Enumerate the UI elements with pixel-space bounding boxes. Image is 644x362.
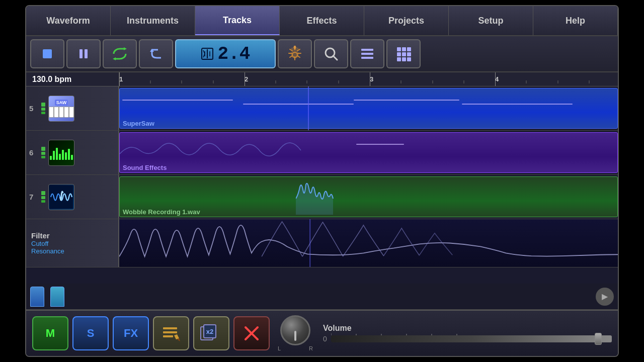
toolbar: 2.4 xyxy=(26,36,618,72)
svg-rect-14 xyxy=(361,57,373,59)
bottom-bar: M S FX x2 xyxy=(26,310,618,356)
volume-track[interactable] xyxy=(331,335,612,342)
filter-resonance: Resonance xyxy=(31,247,113,255)
svg-line-11 xyxy=(333,56,337,60)
track-number-5: 5 xyxy=(29,104,38,113)
timeline-ruler: 130.0 bpm 1 2 3 4 xyxy=(26,72,618,86)
svg-rect-13 xyxy=(361,53,373,55)
volume-section: Volume 0 xyxy=(317,324,612,343)
search-button[interactable] xyxy=(314,39,348,68)
tracks-wrapper: 5 SAW xyxy=(26,86,618,284)
duplicate-icon: x2 xyxy=(200,324,222,342)
delete-button[interactable] xyxy=(233,316,270,350)
stop-button[interactable] xyxy=(30,39,64,68)
track-clip-5[interactable]: SuperSaw xyxy=(119,88,618,129)
delete-icon xyxy=(244,325,260,341)
track-header-7: 7 xyxy=(26,175,119,219)
knob-2[interactable] xyxy=(50,287,64,307)
svg-marker-3 xyxy=(124,47,127,50)
track-icon-5[interactable]: SAW xyxy=(48,96,74,122)
scroll-right-icon: ▶ xyxy=(602,292,608,301)
svg-text:x2: x2 xyxy=(206,328,213,335)
transport-display[interactable]: 2.4 xyxy=(175,39,276,68)
pan-labels: L R xyxy=(278,345,313,351)
pause-button[interactable] xyxy=(66,39,101,68)
track-content-7[interactable]: Wobble Recording 1.wav xyxy=(119,175,618,219)
svg-rect-0 xyxy=(43,49,52,58)
volume-zero-label: 0 xyxy=(323,335,327,343)
settings-button[interactable] xyxy=(278,39,312,68)
track-volume-5[interactable] xyxy=(41,103,45,114)
filter-svg xyxy=(119,219,618,267)
wav-icon-svg xyxy=(50,186,73,209)
note-line xyxy=(462,104,573,105)
track-number-6: 6 xyxy=(29,148,38,157)
edit-button[interactable] xyxy=(153,316,189,350)
fx-button[interactable]: FX xyxy=(113,316,149,350)
main-content: 130.0 bpm 1 2 3 4 xyxy=(26,72,618,310)
pan-knob[interactable] xyxy=(280,315,310,345)
tab-waveform[interactable]: Waveform xyxy=(26,6,111,35)
bpm-display: 130.0 bpm xyxy=(26,72,119,86)
tab-instruments[interactable]: Instruments xyxy=(111,6,195,35)
track-content-5[interactable]: SuperSaw xyxy=(119,86,618,130)
filter-cutoff: Cutoff xyxy=(31,240,113,247)
tab-help[interactable]: Help xyxy=(533,6,618,35)
note-line-6 xyxy=(356,144,404,145)
pan-section: L R xyxy=(278,315,313,351)
track-clip-6[interactable]: Sound Effects xyxy=(119,132,618,173)
waveform-svg-6 xyxy=(120,133,617,172)
knobs-area: ▶ xyxy=(26,284,618,310)
track-content-6[interactable]: Sound Effects xyxy=(119,131,618,174)
svg-rect-21 xyxy=(397,57,401,61)
track-icon-6[interactable] xyxy=(48,140,74,166)
duplicate-button[interactable]: x2 xyxy=(193,316,229,350)
svg-rect-39 xyxy=(163,331,177,333)
svg-rect-20 xyxy=(407,52,411,56)
note-line xyxy=(243,104,354,105)
ruler-area: 1 2 3 4 xyxy=(119,72,618,86)
volume-handle[interactable] xyxy=(595,333,602,345)
waveform-svg-7 xyxy=(296,179,336,217)
volume-slider-container: 0 xyxy=(323,335,612,343)
svg-marker-4 xyxy=(113,57,116,60)
svg-rect-18 xyxy=(397,52,401,56)
svg-rect-19 xyxy=(402,52,406,56)
tab-tracks[interactable]: Tracks xyxy=(195,6,280,35)
bars-visual-6 xyxy=(50,146,73,160)
edit-icon xyxy=(162,324,180,342)
loop-button[interactable] xyxy=(103,39,137,68)
filter-header: Filter Cutoff Resonance xyxy=(26,219,119,267)
track-row-7: 7 xyxy=(26,175,618,219)
svg-rect-2 xyxy=(85,49,88,58)
ruler-ticks xyxy=(119,80,618,86)
track-volume-7[interactable] xyxy=(41,191,45,203)
track-volume-6[interactable] xyxy=(41,147,45,158)
clip-label-5: SuperSaw xyxy=(123,120,154,127)
svg-rect-1 xyxy=(79,49,83,58)
undo-button[interactable] xyxy=(139,39,173,68)
knob-1[interactable] xyxy=(30,287,44,307)
track-row-5: 5 SAW xyxy=(26,86,618,131)
tab-projects[interactable]: Projects xyxy=(364,6,449,35)
filter-track: Filter Cutoff Resonance xyxy=(26,219,618,267)
scroll-right-button[interactable]: ▶ xyxy=(596,288,614,306)
track-icon-7[interactable] xyxy=(48,184,74,210)
note-line xyxy=(354,100,459,101)
mute-button[interactable]: M xyxy=(32,316,68,350)
solo-button[interactable]: S xyxy=(72,316,109,350)
saw-label: SAW xyxy=(55,100,68,106)
track-clip-7[interactable]: Wobble Recording 1.wav xyxy=(119,176,618,217)
track-header-6: 6 xyxy=(26,131,119,174)
top-nav: Waveform Instruments Tracks Effects Proj… xyxy=(26,6,618,36)
list-view-button[interactable] xyxy=(350,39,384,68)
tab-setup[interactable]: Setup xyxy=(449,6,533,35)
clip-label-7: Wobble Recording 1.wav xyxy=(123,208,200,216)
svg-rect-38 xyxy=(163,327,177,329)
grid-view-button[interactable] xyxy=(386,39,421,68)
svg-rect-17 xyxy=(407,47,411,51)
transport-time: 2.4 xyxy=(218,44,251,64)
filter-content[interactable] xyxy=(119,219,618,267)
tab-effects[interactable]: Effects xyxy=(280,6,364,35)
svg-rect-16 xyxy=(402,47,406,51)
